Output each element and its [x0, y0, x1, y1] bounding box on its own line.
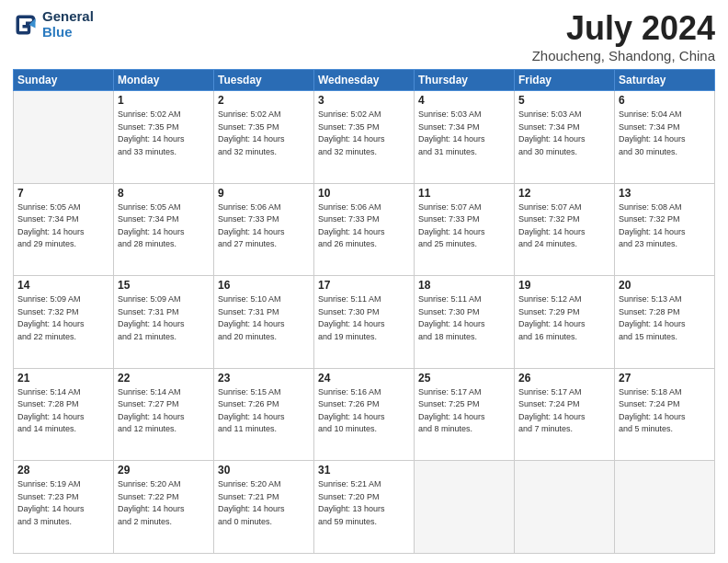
calendar-cell: 28Sunrise: 5:19 AMSunset: 7:23 PMDayligh…: [14, 461, 114, 554]
day-info: Sunrise: 5:16 AMSunset: 7:26 PMDaylight:…: [318, 386, 410, 436]
day-number: 9: [218, 187, 310, 200]
calendar-cell: [515, 461, 615, 554]
day-info: Sunrise: 5:18 AMSunset: 7:24 PMDaylight:…: [619, 386, 711, 436]
day-info: Sunrise: 5:11 AMSunset: 7:30 PMDaylight:…: [418, 293, 510, 343]
calendar-cell: 20Sunrise: 5:13 AMSunset: 7:28 PMDayligh…: [615, 276, 715, 369]
day-number: 20: [619, 279, 711, 292]
calendar-cell: 4Sunrise: 5:03 AMSunset: 7:34 PMDaylight…: [415, 91, 515, 184]
day-number: 22: [118, 372, 210, 385]
day-info: Sunrise: 5:12 AMSunset: 7:29 PMDaylight:…: [518, 293, 610, 343]
day-number: 26: [518, 372, 610, 385]
day-number: 10: [318, 187, 410, 200]
calendar-cell: 1Sunrise: 5:02 AMSunset: 7:35 PMDaylight…: [114, 91, 214, 184]
weekday-header-row: SundayMondayTuesdayWednesdayThursdayFrid…: [14, 70, 715, 91]
day-number: 16: [218, 279, 310, 292]
day-info: Sunrise: 5:11 AMSunset: 7:30 PMDaylight:…: [318, 293, 410, 343]
calendar-cell: 25Sunrise: 5:17 AMSunset: 7:25 PMDayligh…: [415, 368, 515, 461]
calendar-cell: 8Sunrise: 5:05 AMSunset: 7:34 PMDaylight…: [114, 183, 214, 276]
day-info: Sunrise: 5:17 AMSunset: 7:25 PMDaylight:…: [418, 386, 510, 436]
day-info: Sunrise: 5:14 AMSunset: 7:28 PMDaylight:…: [17, 386, 109, 436]
week-row-2: 7Sunrise: 5:05 AMSunset: 7:34 PMDaylight…: [14, 183, 715, 276]
calendar-cell: 9Sunrise: 5:06 AMSunset: 7:33 PMDaylight…: [214, 183, 314, 276]
day-number: 21: [17, 372, 109, 385]
location-subtitle: Zhoucheng, Shandong, China: [532, 48, 715, 63]
day-info: Sunrise: 5:06 AMSunset: 7:33 PMDaylight:…: [318, 201, 410, 251]
calendar-cell: 30Sunrise: 5:20 AMSunset: 7:21 PMDayligh…: [214, 461, 314, 554]
calendar-cell: [615, 461, 715, 554]
calendar-cell: 23Sunrise: 5:15 AMSunset: 7:26 PMDayligh…: [214, 368, 314, 461]
calendar-cell: 24Sunrise: 5:16 AMSunset: 7:26 PMDayligh…: [314, 368, 415, 461]
calendar-cell: 5Sunrise: 5:03 AMSunset: 7:34 PMDaylight…: [515, 91, 615, 184]
title-block: July 2024 Zhoucheng, Shandong, China: [532, 9, 715, 63]
calendar-cell: 19Sunrise: 5:12 AMSunset: 7:29 PMDayligh…: [515, 276, 615, 369]
day-number: 3: [318, 94, 410, 107]
calendar-cell: 27Sunrise: 5:18 AMSunset: 7:24 PMDayligh…: [615, 368, 715, 461]
calendar-cell: 2Sunrise: 5:02 AMSunset: 7:35 PMDaylight…: [214, 91, 314, 184]
day-number: 23: [218, 372, 310, 385]
day-info: Sunrise: 5:05 AMSunset: 7:34 PMDaylight:…: [118, 201, 210, 251]
day-info: Sunrise: 5:09 AMSunset: 7:31 PMDaylight:…: [118, 293, 210, 343]
calendar-cell: 21Sunrise: 5:14 AMSunset: 7:28 PMDayligh…: [14, 368, 114, 461]
day-number: 6: [619, 94, 711, 107]
day-number: 12: [518, 187, 610, 200]
month-title: July 2024: [532, 9, 715, 48]
week-row-4: 21Sunrise: 5:14 AMSunset: 7:28 PMDayligh…: [14, 368, 715, 461]
day-number: 8: [118, 187, 210, 200]
day-number: 27: [619, 372, 711, 385]
day-info: Sunrise: 5:10 AMSunset: 7:31 PMDaylight:…: [218, 293, 310, 343]
day-info: Sunrise: 5:02 AMSunset: 7:35 PMDaylight:…: [218, 109, 310, 158]
calendar-cell: 22Sunrise: 5:14 AMSunset: 7:27 PMDayligh…: [114, 368, 214, 461]
day-number: 28: [17, 464, 109, 477]
week-row-5: 28Sunrise: 5:19 AMSunset: 7:23 PMDayligh…: [14, 461, 715, 554]
day-number: 18: [418, 279, 510, 292]
day-info: Sunrise: 5:03 AMSunset: 7:34 PMDaylight:…: [418, 109, 510, 158]
day-number: 5: [518, 94, 610, 107]
day-info: Sunrise: 5:07 AMSunset: 7:33 PMDaylight:…: [418, 201, 510, 251]
weekday-header-thursday: Thursday: [415, 70, 515, 91]
day-info: Sunrise: 5:19 AMSunset: 7:23 PMDaylight:…: [17, 478, 109, 528]
weekday-header-monday: Monday: [114, 70, 214, 91]
day-number: 30: [218, 464, 310, 477]
calendar-cell: 17Sunrise: 5:11 AMSunset: 7:30 PMDayligh…: [314, 276, 415, 369]
calendar-cell: 13Sunrise: 5:08 AMSunset: 7:32 PMDayligh…: [615, 183, 715, 276]
logo-text: General Blue: [42, 9, 94, 40]
calendar-cell: [415, 461, 515, 554]
day-info: Sunrise: 5:20 AMSunset: 7:21 PMDaylight:…: [218, 478, 310, 528]
weekday-header-friday: Friday: [515, 70, 615, 91]
day-info: Sunrise: 5:03 AMSunset: 7:34 PMDaylight:…: [518, 109, 610, 158]
day-number: 7: [17, 187, 109, 200]
day-info: Sunrise: 5:15 AMSunset: 7:26 PMDaylight:…: [218, 386, 310, 436]
weekday-header-saturday: Saturday: [615, 70, 715, 91]
day-info: Sunrise: 5:17 AMSunset: 7:24 PMDaylight:…: [518, 386, 610, 436]
day-info: Sunrise: 5:02 AMSunset: 7:35 PMDaylight:…: [118, 109, 210, 158]
day-number: 15: [118, 279, 210, 292]
calendar-cell: 15Sunrise: 5:09 AMSunset: 7:31 PMDayligh…: [114, 276, 214, 369]
calendar-cell: 7Sunrise: 5:05 AMSunset: 7:34 PMDaylight…: [14, 183, 114, 276]
calendar-cell: 16Sunrise: 5:10 AMSunset: 7:31 PMDayligh…: [214, 276, 314, 369]
calendar-cell: 31Sunrise: 5:21 AMSunset: 7:20 PMDayligh…: [314, 461, 415, 554]
logo-icon: [13, 12, 39, 38]
day-number: 11: [418, 187, 510, 200]
day-number: 1: [118, 94, 210, 107]
logo: General Blue: [13, 9, 94, 40]
day-info: Sunrise: 5:05 AMSunset: 7:34 PMDaylight:…: [17, 201, 109, 251]
day-info: Sunrise: 5:13 AMSunset: 7:28 PMDaylight:…: [619, 293, 711, 343]
day-info: Sunrise: 5:04 AMSunset: 7:34 PMDaylight:…: [619, 109, 711, 158]
day-info: Sunrise: 5:06 AMSunset: 7:33 PMDaylight:…: [218, 201, 310, 251]
day-number: 29: [118, 464, 210, 477]
weekday-header-tuesday: Tuesday: [214, 70, 314, 91]
day-number: 4: [418, 94, 510, 107]
calendar-cell: 12Sunrise: 5:07 AMSunset: 7:32 PMDayligh…: [515, 183, 615, 276]
day-info: Sunrise: 5:20 AMSunset: 7:22 PMDaylight:…: [118, 478, 210, 528]
calendar-cell: 3Sunrise: 5:02 AMSunset: 7:35 PMDaylight…: [314, 91, 415, 184]
day-info: Sunrise: 5:07 AMSunset: 7:32 PMDaylight:…: [518, 201, 610, 251]
calendar-cell: 11Sunrise: 5:07 AMSunset: 7:33 PMDayligh…: [415, 183, 515, 276]
day-info: Sunrise: 5:08 AMSunset: 7:32 PMDaylight:…: [619, 201, 711, 251]
day-number: 24: [318, 372, 410, 385]
calendar-cell: 14Sunrise: 5:09 AMSunset: 7:32 PMDayligh…: [14, 276, 114, 369]
calendar-cell: 6Sunrise: 5:04 AMSunset: 7:34 PMDaylight…: [615, 91, 715, 184]
day-number: 17: [318, 279, 410, 292]
weekday-header-wednesday: Wednesday: [314, 70, 415, 91]
calendar-cell: 10Sunrise: 5:06 AMSunset: 7:33 PMDayligh…: [314, 183, 415, 276]
calendar-cell: [14, 91, 114, 184]
